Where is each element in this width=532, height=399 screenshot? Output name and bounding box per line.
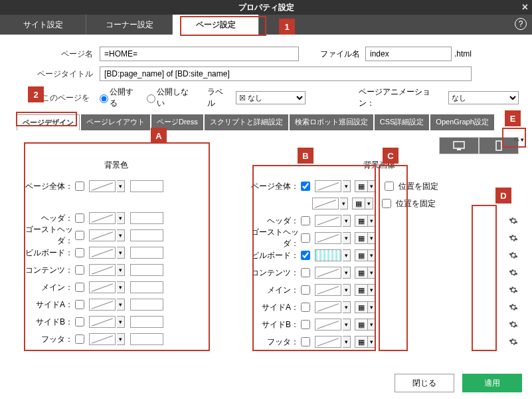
color-swatch[interactable] bbox=[89, 333, 116, 345]
chevron-down-icon[interactable]: ▾ bbox=[117, 229, 125, 241]
image-swatch[interactable] bbox=[315, 336, 341, 348]
row-gear-header[interactable] bbox=[508, 215, 519, 226]
bgcolor-check-billboard[interactable] bbox=[74, 248, 85, 257]
color-swatch[interactable] bbox=[89, 281, 116, 293]
chevron-down-icon[interactable]: ▾ bbox=[368, 180, 376, 192]
fix-position-check[interactable] bbox=[384, 182, 395, 191]
fix-position-check[interactable] bbox=[381, 199, 392, 208]
subtab-robots[interactable]: 検索ロボット巡回設定 bbox=[290, 114, 373, 130]
color-value[interactable] bbox=[130, 264, 163, 276]
color-swatch[interactable] bbox=[89, 180, 116, 192]
tab-page[interactable]: ページ設定 bbox=[173, 15, 259, 35]
grid-icon[interactable]: ▦ bbox=[355, 249, 368, 261]
color-value[interactable] bbox=[130, 212, 163, 224]
chevron-down-icon[interactable]: ▾ bbox=[343, 336, 351, 348]
subtab-layout[interactable]: ページレイアウト bbox=[81, 114, 150, 130]
close-button[interactable]: 閉じる bbox=[395, 374, 454, 392]
chevron-down-icon[interactable]: ▾ bbox=[368, 249, 376, 261]
device-tab-desktop[interactable] bbox=[439, 137, 479, 154]
image-swatch[interactable] bbox=[315, 215, 341, 227]
chevron-down-icon[interactable]: ▾ bbox=[117, 299, 125, 311]
bgcolor-check-ghost_header[interactable] bbox=[74, 231, 85, 240]
color-value[interactable] bbox=[130, 229, 163, 241]
anim-select[interactable]: なし bbox=[448, 91, 519, 104]
image-swatch[interactable] bbox=[315, 301, 341, 313]
row-gear-billboard[interactable] bbox=[508, 250, 519, 261]
chevron-down-icon[interactable]: ▾ bbox=[368, 267, 376, 279]
color-value[interactable] bbox=[130, 299, 163, 311]
device-tab-mobile[interactable] bbox=[479, 137, 519, 154]
image-swatch[interactable] bbox=[315, 284, 341, 296]
help-icon[interactable]: ? bbox=[515, 18, 527, 30]
subtab-design[interactable]: ページデザイン bbox=[17, 114, 80, 130]
grid-icon[interactable]: ▦ bbox=[355, 232, 368, 244]
image-swatch[interactable] bbox=[315, 249, 341, 261]
chevron-down-icon[interactable]: ▾ bbox=[343, 215, 351, 227]
grid-icon[interactable]: ▦ bbox=[355, 336, 368, 348]
color-swatch[interactable] bbox=[89, 229, 116, 241]
tab-site[interactable]: サイト設定 bbox=[0, 15, 86, 35]
tab-corner[interactable]: コーナー設定 bbox=[86, 15, 173, 35]
row-gear-contents[interactable] bbox=[508, 267, 519, 278]
grid-icon[interactable]: ▦ bbox=[355, 319, 368, 331]
bgcolor-check-contents[interactable] bbox=[74, 265, 85, 275]
chevron-down-icon[interactable]: ▾ bbox=[343, 232, 351, 244]
color-value[interactable] bbox=[130, 247, 163, 259]
chevron-down-icon[interactable]: ▾ bbox=[343, 249, 351, 261]
chevron-down-icon[interactable]: ▾ bbox=[368, 301, 376, 313]
chevron-down-icon[interactable]: ▾ bbox=[117, 281, 125, 293]
row-gear-main[interactable] bbox=[508, 285, 519, 295]
grid-icon[interactable]: ▦ bbox=[355, 267, 368, 279]
chevron-down-icon[interactable]: ▾ bbox=[368, 336, 376, 348]
bgimage-check-sideB[interactable] bbox=[300, 320, 311, 329]
subtab-script[interactable]: スクリプトと詳細設定 bbox=[205, 114, 288, 130]
chevron-down-icon[interactable]: ▾ bbox=[368, 232, 376, 244]
publish-radio[interactable] bbox=[100, 94, 108, 103]
chevron-down-icon[interactable]: ▾ bbox=[117, 247, 125, 259]
image-swatch[interactable] bbox=[315, 267, 341, 279]
page-name-input[interactable] bbox=[100, 47, 299, 61]
image-swatch[interactable] bbox=[315, 232, 341, 244]
subtab-og[interactable]: OpenGraph設定 bbox=[430, 114, 493, 130]
color-swatch[interactable] bbox=[89, 247, 116, 259]
grid-icon[interactable]: ▦ bbox=[355, 301, 368, 313]
subtab-css[interactable]: CSS詳細設定 bbox=[375, 114, 430, 130]
chevron-down-icon[interactable]: ▾ bbox=[117, 264, 125, 276]
color-swatch[interactable] bbox=[89, 212, 116, 224]
label-select[interactable]: ☒ なし bbox=[236, 91, 306, 104]
bgcolor-check-sideA[interactable] bbox=[74, 300, 85, 309]
grid-icon[interactable]: ▦ bbox=[355, 180, 368, 192]
chevron-down-icon[interactable]: ▾ bbox=[343, 267, 351, 279]
bgimage-check-header[interactable] bbox=[300, 216, 311, 225]
bgimage-check-contents[interactable] bbox=[300, 268, 311, 277]
image-swatch[interactable] bbox=[312, 198, 339, 209]
chevron-down-icon[interactable]: ▾ bbox=[368, 319, 376, 331]
chevron-down-icon[interactable]: ▾ bbox=[368, 215, 376, 227]
color-swatch[interactable] bbox=[89, 316, 116, 328]
color-value[interactable] bbox=[130, 333, 163, 345]
grid-icon[interactable]: ▦ bbox=[355, 215, 368, 227]
close-icon[interactable]: × bbox=[522, 1, 528, 13]
file-name-input[interactable] bbox=[365, 47, 452, 61]
grid-icon[interactable]: ▦ bbox=[352, 198, 365, 209]
bgimage-check-billboard[interactable] bbox=[300, 251, 311, 260]
color-value[interactable] bbox=[130, 281, 163, 293]
chevron-down-icon[interactable]: ▾ bbox=[117, 316, 125, 328]
bgimage-check-footer[interactable] bbox=[300, 337, 311, 346]
color-swatch[interactable] bbox=[89, 264, 116, 276]
chevron-down-icon[interactable]: ▾ bbox=[117, 180, 125, 192]
bgcolor-check-footer[interactable] bbox=[74, 334, 85, 344]
chevron-down-icon[interactable]: ▾ bbox=[368, 284, 376, 296]
settings-gear-top[interactable]: ▾ bbox=[513, 134, 524, 145]
color-swatch[interactable] bbox=[89, 299, 116, 311]
color-value[interactable] bbox=[130, 316, 163, 328]
image-swatch[interactable] bbox=[315, 319, 341, 331]
bgimage-check-sideA[interactable] bbox=[300, 303, 311, 312]
page-title-input[interactable] bbox=[100, 66, 472, 81]
row-gear-sideB[interactable] bbox=[508, 319, 519, 330]
chevron-down-icon[interactable]: ▾ bbox=[343, 301, 351, 313]
grid-icon[interactable]: ▦ bbox=[355, 284, 368, 296]
bgcolor-check-header[interactable] bbox=[74, 213, 85, 223]
bgimage-check-ghost_header[interactable] bbox=[300, 233, 311, 243]
row-gear-ghost_header[interactable] bbox=[508, 233, 519, 243]
